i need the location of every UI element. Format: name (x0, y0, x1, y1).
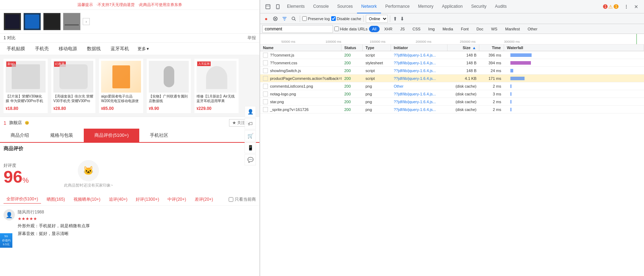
table-row[interactable]: productPageComments.action?callback=fetc… (260, 75, 644, 82)
filter-toggle-btn[interactable] (281, 15, 288, 23)
table-row[interactable]: showImgSwitch.js 200 script ??jdf/lib/jq… (260, 67, 644, 75)
tab-introduction[interactable]: 商品介绍 (0, 129, 40, 142)
row-checkbox-3[interactable] (263, 76, 268, 81)
tab-performance[interactable]: Performance (381, 0, 414, 13)
record-btn[interactable]: ● (262, 15, 270, 23)
tab-application[interactable]: Application (438, 0, 467, 13)
table-row[interactable]: _sprite.png?v=161726 200 png ??jdf/lib/j… (260, 106, 644, 113)
preserve-log-label[interactable]: Preserve log (302, 16, 330, 21)
cat-tab-case[interactable]: 手机壳 (30, 43, 54, 55)
pill-img[interactable]: Img (425, 26, 438, 32)
col-header-name[interactable]: Name (260, 45, 341, 51)
table-row[interactable]: star.png 200 png ??jdf/lib/jquery-1.6.4.… (260, 98, 644, 106)
col-header-waterfall[interactable]: Waterfall (504, 45, 644, 51)
float-icon-person[interactable]: 👤 (245, 106, 256, 117)
pill-manifest[interactable]: Manifest (502, 26, 523, 32)
tab-security[interactable]: Security (467, 0, 491, 13)
table-row[interactable]: notag-logo.png 200 png ??jdf/lib/jquery-… (260, 90, 644, 98)
disable-cache-label[interactable]: Disable cache (331, 16, 361, 21)
timeline-area: 50000 ms 100000 ms 150000 ms 200000 ms 2… (260, 34, 644, 45)
inspect-element-btn[interactable] (263, 2, 273, 12)
clear-btn[interactable] (271, 15, 279, 23)
product-thumb-4[interactable] (63, 13, 81, 30)
rf-good[interactable]: 好评(1300+) (133, 195, 162, 204)
device-toggle-btn[interactable] (273, 2, 283, 12)
col-header-time[interactable]: Time (479, 45, 504, 51)
rf-video[interactable]: 视频晒单(10+) (71, 195, 103, 204)
search-network-btn[interactable] (290, 15, 298, 23)
product-thumb-1[interactable] (4, 13, 21, 30)
product-thumb-3[interactable] (43, 13, 61, 30)
export-har-btn[interactable]: ⬇ (399, 15, 405, 22)
float-icon-chat[interactable]: 💬 (245, 154, 256, 165)
product-card-4[interactable]: 入耳监测 维修【1月新款】Air无线蓝牙耳机适用苹果 229.00 (194, 59, 239, 113)
row-checkbox-5[interactable] (263, 92, 268, 96)
col-header-status[interactable]: Status (341, 45, 363, 51)
hide-data-urls-checkbox[interactable] (334, 27, 339, 31)
more-options-btn[interactable] (621, 2, 631, 12)
tab-community[interactable]: 手机社区 (139, 129, 179, 142)
compare-label[interactable]: 1 对比 (4, 35, 16, 41)
row-checkbox-2[interactable] (263, 68, 268, 73)
tab-console[interactable]: Console (309, 0, 333, 13)
product-card-2[interactable]: aigo爱国者电子出品 W200充电宝移动电源便 85.00 (99, 59, 143, 113)
cat-tab-cable[interactable]: 数据线 (82, 43, 106, 55)
row-checkbox-0[interactable] (263, 53, 268, 58)
rf-bad[interactable]: 差评(20+) (192, 195, 216, 204)
close-devtools-btn[interactable]: ✕ (631, 2, 641, 12)
disable-cache-checkbox[interactable] (331, 16, 336, 21)
pill-doc[interactable]: Doc (473, 26, 487, 32)
tab-audits[interactable]: Audits (491, 0, 511, 13)
pill-media[interactable]: Media (439, 26, 456, 32)
col-header-initiator[interactable]: Initiator (391, 45, 447, 51)
more-categories-btn[interactable]: 更多 ▾ (134, 43, 152, 55)
rf-followup[interactable]: 追评(40+) (106, 195, 130, 204)
product-card-1[interactable]: 幻夜黑 【亮镶套装】倍尔充 荣耀V30手机壳 荣耀V30Pro 28.80 (51, 59, 95, 113)
preserve-log-checkbox[interactable] (302, 16, 307, 21)
filter-input[interactable] (262, 25, 333, 33)
product-card-3[interactable]: 【实物】广州联通专属到 店数据线 9.90 (147, 59, 191, 113)
float-icon-screen[interactable]: 📱 (245, 142, 256, 153)
row-checkbox-1[interactable] (263, 60, 268, 65)
product-thumb-2[interactable] (23, 13, 41, 30)
product-nav-arrow[interactable]: › (83, 18, 90, 25)
network-table[interactable]: Name Status Type Initiator Size ▲ Time W… (260, 45, 644, 276)
col-header-size[interactable]: Size ▲ (447, 45, 479, 51)
only-current-filter[interactable]: 只看当前商 (229, 196, 256, 202)
pill-font[interactable]: Font (458, 26, 472, 32)
table-row[interactable]: ??comment.css 200 stylesheet ??jdf/lib/j… (260, 59, 644, 67)
table-row[interactable]: ??comment.js 200 script ??jdf/lib/jquery… (260, 51, 644, 59)
cat-tab-earphone[interactable]: 蓝牙耳机 (106, 43, 134, 55)
row-checkbox-6[interactable] (263, 99, 268, 104)
product-card-0[interactable]: 新9D 【2片装】荣耀V30钢化膜 华为荣耀V30Pro手机 18.80 (4, 59, 48, 113)
hide-data-urls-label[interactable]: Hide data URLs (334, 27, 368, 31)
throttle-select[interactable]: Online (366, 15, 388, 23)
import-har-btn[interactable]: ⬆ (392, 15, 398, 22)
col-header-type[interactable]: Type (363, 45, 391, 51)
cat-tab-powerbank[interactable]: 移动电源 (54, 43, 82, 55)
row-checkbox-7[interactable] (263, 107, 268, 112)
pill-js[interactable]: JS (397, 26, 408, 32)
floating-left-ad[interactable]: 5G 价值约9.5元 (0, 233, 12, 248)
pill-other[interactable]: Other (525, 26, 541, 32)
tab-network[interactable]: Network (357, 0, 381, 13)
float-icon-tag[interactable]: 🏷 (245, 118, 256, 129)
float-icon-cart[interactable]: 🛒 (245, 130, 256, 141)
tab-sources[interactable]: Sources (333, 0, 357, 13)
rf-medium[interactable]: 中评(20+) (165, 195, 189, 204)
rf-photos[interactable]: 晒图(165) (44, 195, 68, 204)
rf-all[interactable]: 全部评价(5100+) (4, 195, 41, 204)
tab-memory[interactable]: Memory (414, 0, 438, 13)
tab-elements[interactable]: Elements (283, 0, 309, 13)
tab-reviews[interactable]: 商品评价(5100+) (84, 129, 139, 142)
only-current-checkbox[interactable] (229, 197, 233, 202)
pill-all[interactable]: All (369, 26, 380, 32)
pill-css[interactable]: CSS (409, 26, 424, 32)
table-row[interactable]: commentsListIcons1.png 200 png Other (di… (260, 82, 644, 90)
row-checkbox-4[interactable] (263, 84, 268, 89)
tab-specs[interactable]: 规格与包装 (40, 129, 84, 142)
report-label[interactable]: 举报 (247, 35, 256, 41)
pill-xhr[interactable]: XHR (381, 26, 396, 32)
pill-ws[interactable]: WS (488, 26, 500, 32)
cat-tab-sticker[interactable]: 手机贴膜 (2, 43, 30, 55)
